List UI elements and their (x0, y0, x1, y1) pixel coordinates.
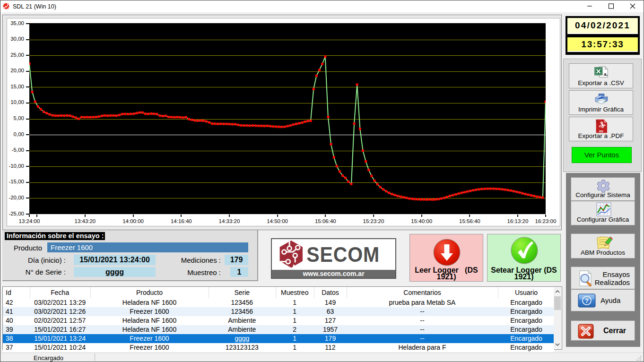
svg-text:?: ? (585, 297, 589, 304)
svg-text:a,: a, (604, 71, 608, 77)
svg-text:SECOM: SECOM (306, 243, 380, 267)
